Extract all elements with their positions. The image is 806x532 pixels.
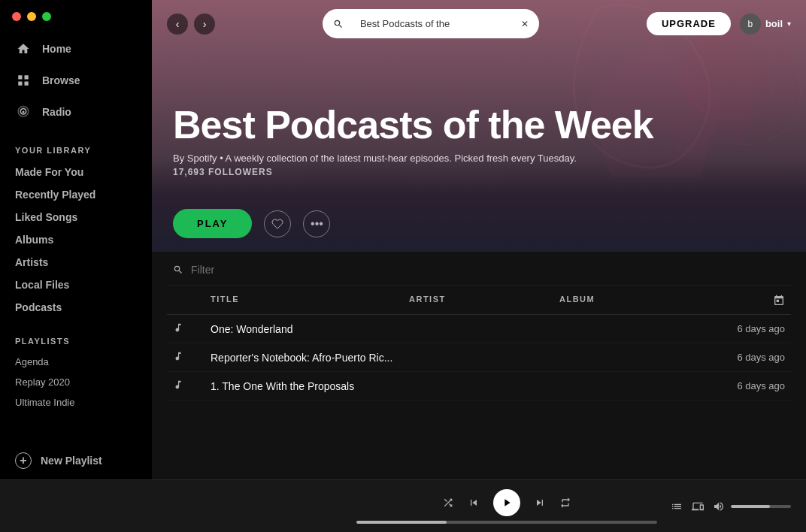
window-minimize-dot[interactable]: [27, 12, 36, 21]
filter-bar: [167, 252, 791, 286]
track-date-3: 6 days ago: [710, 380, 785, 391]
followers-count: 17,693 FOLLOWERS: [173, 167, 785, 177]
more-options-button[interactable]: •••: [303, 210, 330, 237]
back-icon: ‹: [176, 18, 180, 30]
track-note-icon: [173, 379, 211, 392]
player-right: [671, 500, 791, 512]
table-row[interactable]: Reporter's Notebook: Afro-Puerto Ric... …: [167, 343, 791, 372]
queue-icon: [671, 500, 683, 512]
sidebar-item-local-files[interactable]: Local Files: [0, 274, 152, 296]
volume-bar[interactable]: [731, 505, 791, 508]
filter-input[interactable]: [191, 264, 323, 276]
devices-icon: [692, 500, 704, 512]
progress-bar[interactable]: [356, 521, 657, 524]
user-name: boil: [765, 18, 783, 29]
col-artist: ARTIST: [409, 295, 559, 308]
playlists-list: Agenda Replay 2020 Ultimate Indie: [0, 352, 152, 413]
artists-label: Artists: [15, 256, 48, 268]
search-bar[interactable]: ✕: [323, 9, 539, 38]
play-pause-button[interactable]: [493, 489, 520, 516]
liked-songs-label: Liked Songs: [15, 211, 77, 223]
sidebar-item-browse[interactable]: Browse: [0, 65, 152, 96]
playlist-title: Best Podcasts of the Week: [173, 104, 785, 147]
sidebar-item-home[interactable]: Home: [0, 33, 152, 65]
sidebar-item-browse-label: Browse: [42, 74, 80, 86]
back-button[interactable]: ‹: [167, 14, 188, 35]
recently-played-label: Recently Played: [15, 189, 95, 201]
previous-button[interactable]: [468, 497, 480, 509]
next-button[interactable]: [534, 497, 546, 509]
svg-rect-1: [25, 75, 29, 79]
main-content: ‹ › ✕ UPGRADE: [152, 0, 806, 479]
play-pause-icon: [501, 497, 513, 509]
tracklist-container[interactable]: TITLE ARTIST ALBUM One: Wonderland: [152, 252, 806, 479]
repeat-icon: [559, 497, 571, 509]
sidebar: Home Browse Radio Your Library Made For …: [0, 0, 152, 479]
window-controls: [0, 0, 152, 27]
agenda-label: Agenda: [15, 356, 49, 367]
track-title-2: Reporter's Notebook: Afro-Puerto Ric...: [211, 352, 409, 364]
user-menu[interactable]: b boil ▾: [740, 14, 791, 35]
player-controls: [343, 489, 671, 524]
albums-label: Albums: [15, 234, 53, 246]
player-buttons: [442, 489, 571, 516]
avatar: b: [740, 14, 761, 35]
sidebar-item-ultimate-indie[interactable]: Ultimate Indie: [0, 392, 152, 413]
volume-button[interactable]: [713, 500, 725, 512]
filter-search-icon: [173, 264, 183, 275]
sidebar-item-replay-2020[interactable]: Replay 2020: [0, 372, 152, 392]
replay-2020-label: Replay 2020: [15, 376, 70, 388]
track-note-icon: [173, 351, 211, 364]
progress-fill: [356, 521, 447, 524]
sidebar-item-made-for-you[interactable]: Made For You: [0, 161, 152, 183]
new-playlist-label: New Playlist: [41, 455, 102, 467]
col-title: TITLE: [211, 295, 409, 308]
track-title-3: 1. The One With the Proposals: [211, 380, 409, 392]
sidebar-item-agenda[interactable]: Agenda: [0, 352, 152, 372]
volume-icon: [713, 500, 725, 512]
main-nav: Home Browse Radio: [0, 27, 152, 134]
sidebar-item-liked-songs[interactable]: Liked Songs: [0, 206, 152, 228]
local-files-label: Local Files: [15, 279, 69, 291]
window-maximize-dot[interactable]: [42, 12, 51, 21]
radio-icon: [15, 104, 32, 120]
previous-icon: [468, 497, 480, 509]
track-date-2: 6 days ago: [710, 352, 785, 363]
sidebar-item-albums[interactable]: Albums: [0, 228, 152, 251]
calendar-icon: [773, 295, 785, 307]
sidebar-item-radio[interactable]: Radio: [0, 96, 152, 128]
chevron-down-icon: ▾: [787, 20, 791, 28]
sidebar-item-podcasts[interactable]: Podcasts: [0, 296, 152, 319]
repeat-button[interactable]: [559, 497, 571, 509]
hero-header: ‹ › ✕ UPGRADE: [152, 0, 806, 195]
library-items: Made For You Recently Played Liked Songs…: [0, 161, 152, 319]
sidebar-item-recently-played[interactable]: Recently Played: [0, 183, 152, 206]
heart-icon: [271, 218, 283, 230]
forward-button[interactable]: ›: [194, 14, 215, 35]
browse-icon: [15, 72, 32, 89]
devices-button[interactable]: [692, 500, 704, 512]
sidebar-item-artists[interactable]: Artists: [0, 251, 152, 274]
ellipsis-icon: •••: [311, 217, 323, 231]
shuffle-button[interactable]: [442, 497, 454, 509]
upgrade-button[interactable]: UPGRADE: [647, 12, 731, 35]
sidebar-item-radio-label: Radio: [42, 106, 71, 118]
search-icon: [333, 19, 344, 29]
window-close-dot[interactable]: [12, 12, 21, 21]
like-button[interactable]: [264, 210, 291, 237]
queue-button[interactable]: [671, 500, 683, 512]
table-header: TITLE ARTIST ALBUM: [167, 289, 791, 315]
your-library-heading: Your Library: [0, 134, 152, 161]
playlists-heading: Playlists: [0, 325, 152, 352]
search-input[interactable]: [350, 14, 515, 34]
table-row[interactable]: One: Wonderland 6 days ago: [167, 315, 791, 343]
col-num: [173, 295, 211, 308]
svg-rect-0: [18, 75, 22, 79]
volume-area: [713, 500, 791, 512]
svg-rect-2: [18, 82, 22, 86]
play-button[interactable]: PLAY: [173, 209, 252, 238]
table-row[interactable]: 1. The One With the Proposals 6 days ago: [167, 372, 791, 401]
new-playlist-button[interactable]: + New Playlist: [0, 442, 152, 479]
search-clear-button[interactable]: ✕: [521, 19, 529, 29]
sidebar-item-home-label: Home: [42, 43, 71, 55]
